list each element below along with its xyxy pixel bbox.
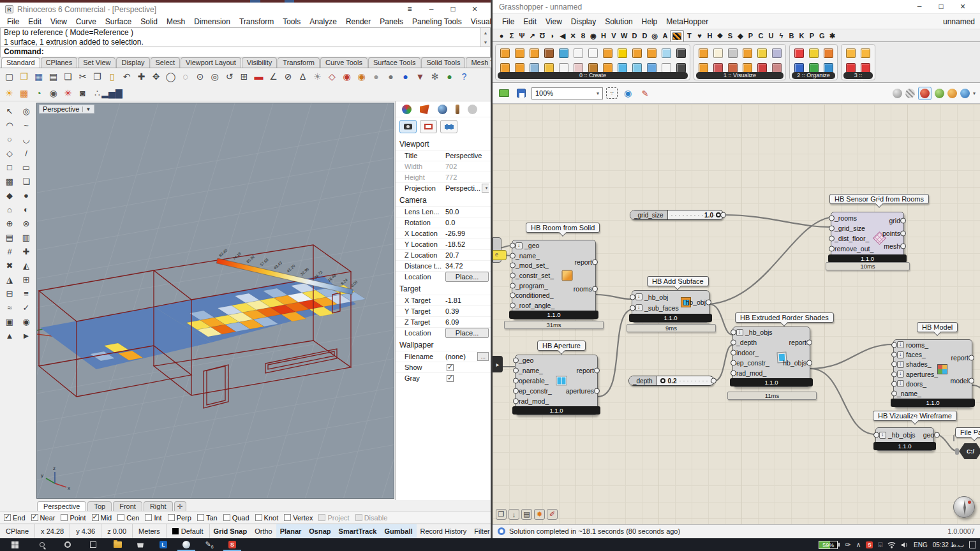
property-row[interactable]: X Target -1.81 (396, 295, 491, 305)
angle-icon[interactable]: ∆ (295, 70, 310, 84)
sidebar-tool-icon[interactable]: ◇ (2, 146, 18, 160)
category-tab[interactable]: ◗ (547, 31, 558, 41)
ribbon-icon[interactable] (696, 46, 710, 60)
ribbon-icon[interactable] (644, 46, 658, 60)
zoom-selected-icon[interactable]: ◎ (207, 70, 222, 84)
status-toggle[interactable]: Planar (276, 524, 306, 538)
save-state-icon[interactable]: ▤ (521, 509, 532, 520)
paneling-icon[interactable]: ▩ (17, 85, 31, 100)
status-toggle[interactable]: Osnap (305, 524, 334, 538)
checkbox[interactable] (447, 375, 454, 382)
osnap-checkbox[interactable]: Int (145, 514, 161, 522)
undo-icon[interactable]: ↶ (119, 70, 134, 84)
component-input[interactable]: _hb_objs (876, 430, 919, 440)
blue-gem-icon[interactable] (960, 89, 970, 98)
paste-icon[interactable]: ▯ (105, 70, 119, 84)
sidebar-tool-icon[interactable]: □ (2, 160, 18, 174)
perspective-viewport[interactable]: Perspective▼ (36, 103, 394, 499)
cut-icon[interactable]: ✂ (75, 70, 90, 84)
gem-dropdown-icon[interactable]: ▾ (973, 91, 976, 96)
component-input[interactable]: remove_out_ (831, 244, 877, 254)
radius-icon[interactable]: ⊘ (281, 70, 295, 84)
sidebar-tool-icon[interactable]: ⌂ (2, 202, 18, 216)
language-indicator[interactable]: ENG (914, 541, 928, 548)
toolbar-tab[interactable]: Set View (78, 57, 115, 68)
toolbar-tab[interactable]: Surface Tools (368, 57, 420, 68)
ribbon-icon[interactable] (674, 46, 688, 60)
viewport-tab[interactable]: Top (87, 501, 112, 511)
ribbon-icon[interactable] (542, 46, 556, 60)
sidebar-tool-icon[interactable]: ↖ (2, 104, 18, 118)
menu-item[interactable]: Analyze (305, 17, 341, 26)
minimize-button[interactable] (420, 3, 442, 16)
ribbon-icon[interactable] (498, 46, 512, 60)
copy-properties-icon[interactable]: ❏ (61, 70, 75, 84)
ribbon-icon[interactable] (512, 46, 526, 60)
component-output[interactable]: model (945, 376, 972, 385)
command-history[interactable]: Brep to reference ( Mode=Reference ) 1 s… (0, 27, 491, 47)
toolbar-tab[interactable]: Solid Tools (421, 57, 465, 68)
category-tab[interactable]: U (766, 31, 776, 41)
property-row[interactable]: Title Perspective (396, 150, 491, 161)
pen-app-icon[interactable]: ✎6 (198, 538, 221, 551)
sidebar-tool-icon[interactable]: ◉ (19, 314, 34, 328)
snagit-taskbar-icon[interactable]: S (221, 538, 244, 551)
sidebar-tool-icon[interactable]: ✚ (19, 244, 34, 258)
component-input[interactable]: faces_ (894, 350, 941, 360)
component-input[interactable]: shades_ (894, 360, 941, 369)
osnap-checkbox[interactable]: Cen (117, 514, 139, 522)
lamp-icon[interactable]: ☀ (310, 70, 325, 84)
sidebar-tool-icon[interactable]: ◭ (19, 258, 34, 272)
slider-knob[interactable] (716, 212, 721, 217)
property-row[interactable]: Filename (none) (396, 351, 491, 362)
search-button[interactable] (29, 538, 55, 551)
component-input[interactable]: _program_ (512, 281, 558, 290)
number-slider-grid-size[interactable]: _grid_size 1.0 (630, 210, 724, 220)
status-toggle[interactable]: Grid Snap (210, 524, 251, 538)
sketch-icon[interactable]: ❐ (496, 509, 507, 520)
viewport-tab[interactable]: Right (144, 501, 173, 511)
ribbon-icon[interactable] (630, 46, 644, 60)
orange-gem-icon[interactable] (947, 89, 957, 98)
sidebar-tool-icon[interactable]: ✖ (2, 258, 18, 272)
component-hb-aperture[interactable]: _geo_name_operable_ep_constr_rad_mod_ re… (515, 355, 598, 415)
osnap-checkbox[interactable]: End (4, 514, 26, 522)
component-input[interactable]: _roof_angle_ (512, 300, 558, 310)
spray-icon[interactable]: ✐ (547, 509, 558, 520)
menu-item[interactable]: Panels (375, 17, 408, 26)
settings-tab-icon[interactable] (468, 105, 477, 114)
osnap-checkbox[interactable]: Project (318, 514, 349, 522)
category-tab[interactable]: K (796, 31, 806, 41)
sidebar-tool-icon[interactable]: ⊞ (19, 272, 34, 286)
rhino-taskbar-icon[interactable] (175, 538, 198, 551)
component-input[interactable]: _geo (512, 241, 558, 251)
property-row[interactable]: Show (396, 362, 491, 372)
close-button[interactable] (464, 3, 486, 16)
partial-panel[interactable]: e (493, 250, 507, 260)
category-tab[interactable]: P (745, 31, 755, 41)
menu-item[interactable]: Display (567, 17, 600, 26)
sidebar-tool-icon[interactable]: / (19, 146, 34, 160)
tablet-tray-icon[interactable]: ⌻ (878, 541, 882, 549)
sidebar-tool-icon[interactable]: ○ (2, 132, 18, 146)
gray-sphere-icon[interactable]: ● (369, 70, 383, 84)
component-input[interactable]: _depth (733, 338, 776, 348)
category-tab[interactable]: ✕ (568, 31, 578, 41)
import-icon[interactable]: ↓ (509, 509, 519, 520)
camera-icon[interactable]: ◙ (75, 85, 90, 100)
component-hb-sensor-grid-from-rooms[interactable]: _rooms_grid_size_dist_floor_remove_out_ … (831, 212, 904, 263)
undo-view-icon[interactable]: ↺ (222, 70, 237, 84)
component-output[interactable]: hb_objs (780, 358, 810, 367)
ribbon-icon[interactable] (556, 46, 570, 60)
earth-icon[interactable]: ● (442, 70, 457, 84)
category-tab[interactable]: ◆ (735, 31, 745, 41)
component-input[interactable]: rad_mod_ (733, 368, 776, 378)
shaded-preview-selected[interactable] (918, 87, 932, 100)
hamburger-menu-icon[interactable] (399, 3, 420, 16)
property-row[interactable]: Z Target 6.09 (396, 316, 491, 327)
canvas-compass[interactable] (953, 496, 975, 518)
component-input[interactable]: _name_ (894, 389, 941, 399)
sidebar-tool-icon[interactable]: ⊕ (2, 216, 18, 230)
sidebar-tool-icon[interactable]: ~ (19, 118, 34, 132)
property-row[interactable]: Height 772 (396, 172, 491, 182)
